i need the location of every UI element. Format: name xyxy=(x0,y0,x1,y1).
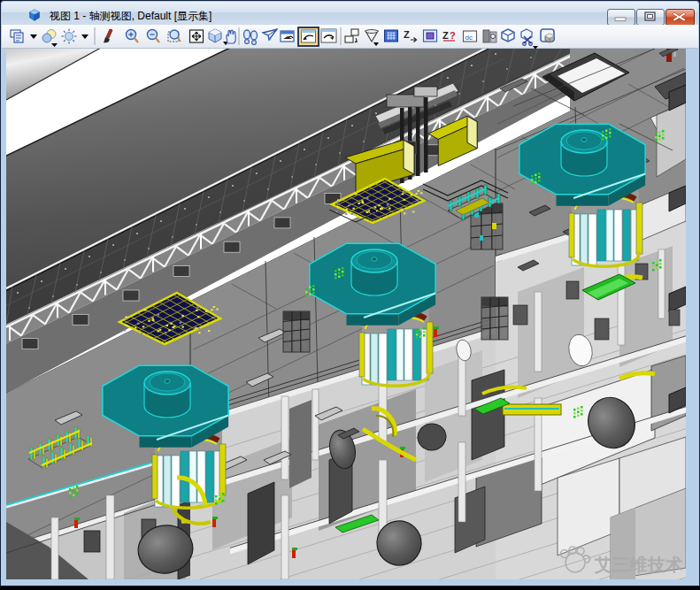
svg-text:艾三维技术: 艾三维技术 xyxy=(594,555,683,574)
svg-text:Z: Z xyxy=(404,29,410,40)
svg-text:dc: dc xyxy=(465,34,473,42)
svg-text:Z: Z xyxy=(442,30,449,41)
svg-text:?: ? xyxy=(450,30,456,41)
